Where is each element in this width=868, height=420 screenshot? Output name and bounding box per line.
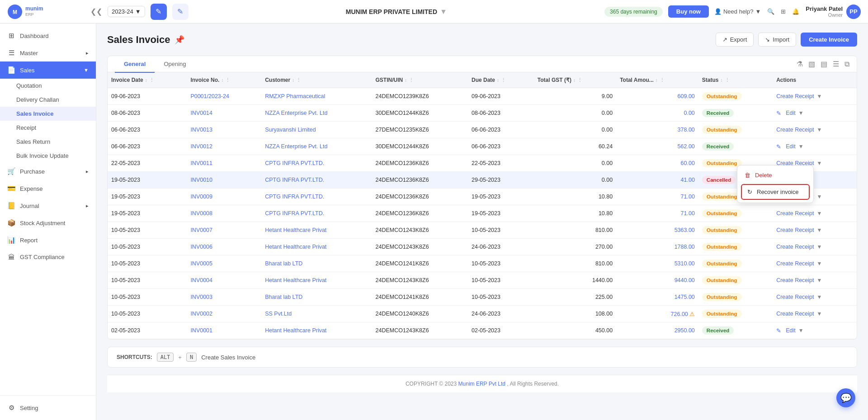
sidebar-item-dashboard[interactable]: ⊞ Dashboard [0,27,96,44]
action-dropdown-chevron[interactable]: ▼ [817,260,822,267]
col-amount-options-icon[interactable]: ⋮ [660,77,665,83]
amount-link[interactable]: 726.00 [671,311,688,317]
sort-customer-icon[interactable]: ↕ [292,78,294,83]
customer-link[interactable]: NZZA Enterprise Pvt. Ltd [265,143,327,150]
amount-link[interactable]: 71.00 [681,210,695,217]
action-create-receipt-btn[interactable]: Create Receipt [776,127,814,133]
grid-view-icon[interactable]: ▤ [821,60,827,68]
action-dropdown-chevron[interactable]: ▼ [817,93,822,99]
bell-icon[interactable]: 🔔 [792,8,799,15]
grid-icon[interactable]: ⊞ [781,8,786,15]
invoice-no-link[interactable]: INV0011 [190,160,212,166]
invoice-no-link[interactable]: INV0001 [190,327,212,334]
chat-bubble-button[interactable]: 💬 [836,388,855,407]
col-customer[interactable]: Customer ↕ ⋮ [261,72,372,88]
action-create-receipt-btn[interactable]: Create Receipt [776,244,814,250]
customer-link[interactable]: Suryavanshi Limited [265,127,316,133]
context-menu-recover-invoice[interactable]: ↻ Recover invoice [741,184,810,200]
tab-general[interactable]: General [115,56,155,73]
invoice-no-link[interactable]: INV0012 [190,143,212,150]
invoice-no-link[interactable]: INV0014 [190,110,212,116]
col-status-options-icon[interactable]: ⋮ [725,77,730,83]
user-avatar[interactable]: PP [846,5,861,19]
import-button[interactable]: ↘ Import [758,33,796,47]
sidebar-item-journal[interactable]: 📒 Journal ▸ [0,197,96,214]
invoice-no-link[interactable]: INV0002 [190,311,212,317]
list-view-icon[interactable]: ☰ [833,60,839,68]
amount-link[interactable]: 378.00 [678,127,695,133]
invoice-no-link[interactable]: INV0013 [190,127,212,133]
customer-link[interactable]: Bharat lab LTD [265,294,302,300]
customer-link[interactable]: SS Pvt.Ltd [265,311,292,317]
customer-link[interactable]: RMZXP Pharmaceutical [265,93,325,99]
action-create-receipt-btn[interactable]: Create Receipt [776,227,814,233]
col-gstin[interactable]: GSTIN/UIN ↕ ⋮ [372,72,468,88]
action-create-receipt-btn[interactable]: Create Receipt [776,260,814,267]
col-due-date[interactable]: Due Date ↕ ⋮ [468,72,534,88]
invoice-no-link[interactable]: INV0007 [190,227,212,233]
create-invoice-button[interactable]: Create Invoice [801,33,857,47]
customer-link[interactable]: NZZA Enterprise Pvt. Ltd [265,110,327,116]
sort-gst-icon[interactable]: ↕ [573,78,576,83]
col-customer-options-icon[interactable]: ⋮ [296,77,301,83]
amount-link[interactable]: 2950.00 [675,327,695,334]
context-menu-delete[interactable]: 🗑 Delete [737,167,813,183]
action-create-receipt-btn[interactable]: Create Receipt [776,210,814,217]
sidebar-item-sales-invoice[interactable]: Sales Invoice [0,107,96,121]
sort-duedate-icon[interactable]: ↕ [497,78,499,83]
amount-link[interactable]: 5310.00 [675,260,695,267]
sidebar-item-report[interactable]: 📊 Report [0,231,96,249]
invoice-no-link[interactable]: INV0008 [190,210,212,217]
action-create-receipt-btn[interactable]: Create Receipt [776,277,814,283]
amount-link[interactable]: 562.00 [678,143,695,150]
col-gst-options-icon[interactable]: ⋮ [577,77,582,83]
sidebar-item-delivery-challan[interactable]: Delivery Challan [0,93,96,107]
col-total-amount[interactable]: Total Amou... ↕ ⋮ [616,72,698,88]
sidebar-item-receipt[interactable]: Receipt [0,121,96,135]
invoice-no-link[interactable]: INV0006 [190,244,212,250]
invoice-no-link[interactable]: INV0004 [190,277,212,283]
sort-gstin-icon[interactable]: ↕ [405,78,407,83]
need-help-btn[interactable]: 👤 Need help? ▼ [714,8,761,15]
sidebar-item-quotation[interactable]: Quotation [0,79,96,93]
columns-icon[interactable]: ▧ [808,60,815,68]
buy-now-button[interactable]: Buy now [668,5,709,18]
col-date-options-icon[interactable]: ⋮ [149,77,154,83]
col-status[interactable]: Status ↕ ⋮ [698,72,773,88]
pin-icon[interactable]: 📌 [175,35,184,45]
sidebar-item-sales-return[interactable]: Sales Return [0,135,96,149]
invoice-no-link[interactable]: INV0005 [190,260,212,267]
sidebar-item-setting[interactable]: ⚙ Setting [0,399,96,416]
col-invoice-no[interactable]: Invoice No. ↕ ⋮ [187,72,261,88]
tab-opening[interactable]: Opening [155,56,195,73]
action-dropdown-chevron[interactable]: ▼ [817,294,822,300]
action-dropdown-chevron[interactable]: ▼ [798,110,804,116]
export-button[interactable]: ↗ Export [716,33,754,47]
sort-amount-icon[interactable]: ↕ [656,78,658,83]
customer-link[interactable]: Hetant Healthcare Privat [265,327,326,334]
sidebar-item-master[interactable]: ☰ Master ▸ [0,44,96,61]
action-dropdown-chevron[interactable]: ▼ [817,160,822,166]
customer-link[interactable]: CPTG INFRA PVT.LTD. [265,160,324,166]
nav-action-btn-1[interactable]: ✎ [151,4,167,20]
customer-link[interactable]: CPTG INFRA PVT.LTD. [265,210,324,217]
sidebar-item-purchase[interactable]: 🛒 Purchase ▸ [0,163,96,180]
sidebar-item-stock-adjustment[interactable]: 📦 Stock Adjustment [0,214,96,231]
action-dropdown-chevron[interactable]: ▼ [817,227,822,233]
amount-link[interactable]: 71.00 [681,193,695,200]
action-create-receipt-btn[interactable]: Create Receipt [776,294,814,300]
col-invoice-date[interactable]: Invoice Date ↕ ⋮ [108,72,187,88]
action-edit-btn[interactable]: Edit [786,110,796,116]
action-dropdown-chevron[interactable]: ▼ [817,127,822,133]
col-total-gst[interactable]: Total GST (₹) ↕ ⋮ [534,72,616,88]
sort-invno-icon[interactable]: ↕ [221,78,223,83]
nav-action-btn-2[interactable]: ✎ [172,4,189,20]
action-create-receipt-btn[interactable]: Create Receipt [776,93,814,99]
fullscreen-icon[interactable]: ⧉ [844,60,849,68]
amount-link[interactable]: 1475.00 [675,294,695,300]
footer-company-link[interactable]: Munim ERP Pvt Ltd [458,381,505,387]
amount-link[interactable]: 9440.00 [675,277,695,283]
action-dropdown-chevron[interactable]: ▼ [817,277,822,283]
invoice-no-link[interactable]: P0001/2023-24 [190,93,229,99]
amount-link[interactable]: 5363.00 [675,227,695,233]
